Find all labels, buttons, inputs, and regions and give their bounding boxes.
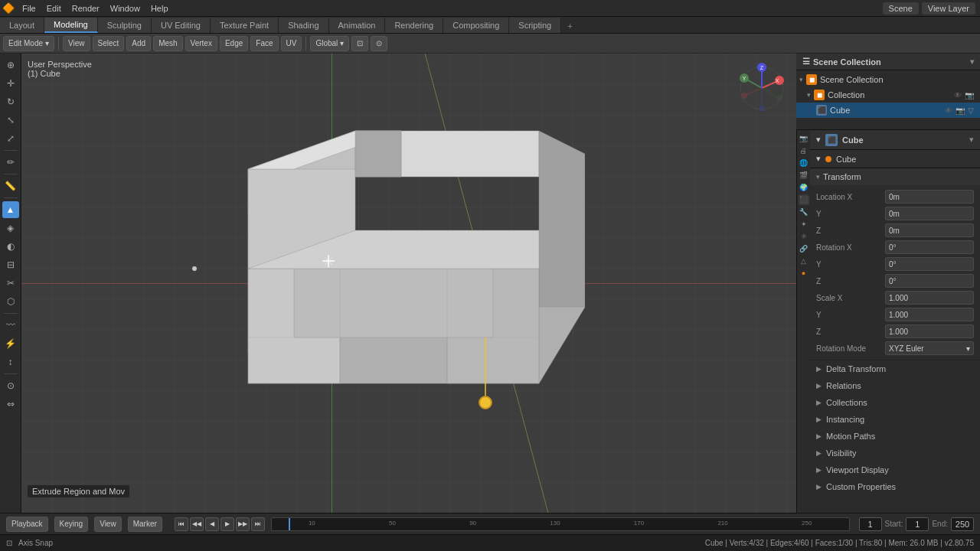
output-props-tab[interactable]: 🖨 — [799, 145, 809, 156]
playback-menu[interactable]: Playback — [6, 517, 48, 532]
end-frame-display[interactable]: 250 — [951, 517, 974, 531]
transform-tool[interactable]: ⤢ — [2, 130, 19, 147]
world-props-tab[interactable]: 🌍 — [799, 182, 809, 193]
physics-props-tab[interactable]: ⚛ — [799, 231, 809, 242]
eye-icon[interactable]: 👁 — [954, 91, 962, 99]
scale-tool[interactable]: ⤡ — [2, 112, 19, 129]
viewport-3d[interactable]: User Perspective (1) Cube X Y — [21, 54, 796, 513]
randomize-tool[interactable]: ⚡ — [2, 335, 19, 352]
view-menu-timeline[interactable]: View — [94, 517, 122, 532]
push-pull-tool[interactable]: ⇔ — [2, 396, 19, 412]
tab-animation[interactable]: Animation — [329, 18, 386, 33]
constraints-props-tab[interactable]: 🔗 — [799, 243, 809, 254]
transform-selector[interactable]: Global ▾ — [310, 36, 349, 51]
measure-tool[interactable]: 📏 — [2, 178, 19, 194]
prev-frame-btn[interactable]: ◀ — [205, 517, 219, 531]
tab-rendering[interactable]: Rendering — [385, 18, 443, 33]
uv-menu[interactable]: UV — [281, 36, 302, 51]
rotation-y-value[interactable]: 0° — [885, 257, 974, 271]
instancing-section[interactable]: ▶ Instancing — [810, 411, 980, 428]
cursor-tool[interactable]: ⊕ — [2, 57, 19, 73]
play-btn[interactable]: ▶ — [220, 517, 234, 531]
face-menu[interactable]: Face — [250, 36, 278, 51]
smooth-tool[interactable]: 〰 — [2, 317, 19, 334]
knife-tool[interactable]: ✂ — [2, 275, 19, 292]
delta-transform-section[interactable]: ▶ Delta Transform — [810, 360, 980, 377]
annotate-tool[interactable]: ✏ — [2, 154, 19, 171]
poly-build-tool[interactable]: ⬡ — [2, 293, 19, 310]
outliner-filter-icon[interactable]: ▾ — [970, 57, 974, 66]
move-tool[interactable]: ✛ — [2, 75, 19, 92]
scale-z-value[interactable]: 1.000 — [885, 324, 974, 338]
extrude-tool[interactable]: ▲ — [2, 201, 19, 218]
transform-header[interactable]: ▾ Transform — [810, 168, 980, 185]
next-frame-btn[interactable]: ▶▶ — [236, 517, 250, 531]
snapping-btn[interactable]: ⊡ — [351, 36, 368, 51]
tab-compositing[interactable]: Compositing — [443, 18, 509, 33]
vertex-menu[interactable]: Vertex — [185, 36, 217, 51]
render-props-tab[interactable]: 📷 — [799, 133, 809, 144]
view-layer-props-tab[interactable]: 🌐 — [799, 158, 809, 168]
outliner-item-scene-collection[interactable]: ▾ ◼ Scene Collection — [796, 72, 980, 87]
proportional-edit-btn[interactable]: ⊙ — [371, 36, 387, 51]
keying-menu[interactable]: Keying — [54, 517, 89, 532]
rotation-z-value[interactable]: 0° — [885, 274, 974, 288]
custom-properties-section[interactable]: ▶ Custom Properties — [810, 478, 980, 495]
material-props-tab[interactable]: ● — [799, 268, 809, 279]
edge-slide-tool[interactable]: ↕ — [2, 354, 19, 370]
camera-icon[interactable]: 📷 — [965, 91, 974, 99]
marker-menu[interactable]: Marker — [128, 517, 162, 532]
filter-icon[interactable]: ▾ — [969, 135, 974, 145]
tab-scripting[interactable]: Scripting — [509, 18, 561, 33]
location-y-value[interactable]: 0m — [885, 207, 974, 220]
collections-section[interactable]: ▶ Collections — [810, 394, 980, 411]
select-menu[interactable]: Select — [93, 36, 125, 51]
tab-shading[interactable]: Shading — [279, 18, 328, 33]
tab-uv-editing[interactable]: UV Editing — [152, 18, 211, 33]
bevel-tool[interactable]: ◐ — [2, 238, 19, 255]
scene-props-tab[interactable]: 🎬 — [799, 170, 809, 181]
mesh-menu[interactable]: Mesh — [153, 36, 182, 51]
menu-window[interactable]: Window — [105, 0, 145, 17]
add-workspace-button[interactable]: + — [561, 19, 578, 33]
prev-keyframe-btn[interactable]: ◀◀ — [190, 517, 204, 531]
rotation-x-value[interactable]: 0° — [885, 240, 974, 254]
viewport-display-section[interactable]: ▶ Viewport Display — [810, 461, 980, 478]
viewport-gizmo[interactable]: X Y Z — [735, 61, 789, 115]
outliner-item-collection[interactable]: ▾ ◼ Collection 👁 📷 — [796, 87, 980, 103]
jump-end-btn[interactable]: ⏭ — [251, 517, 265, 531]
timeline-track[interactable]: 105090130 170210250 — [271, 517, 850, 531]
location-z-value[interactable]: 0m — [885, 223, 974, 237]
menu-help[interactable]: Help — [145, 0, 174, 17]
data-props-tab[interactable]: △ — [799, 256, 809, 266]
rotate-tool[interactable]: ↻ — [2, 93, 19, 110]
loop-cut-tool[interactable]: ⊟ — [2, 256, 19, 273]
tab-modeling[interactable]: Modeling — [44, 18, 98, 33]
outliner-item-cube[interactable]: ⬛ Cube 👁 📷 ▽ — [796, 103, 980, 118]
menu-render[interactable]: Render — [67, 0, 105, 17]
menu-file[interactable]: File — [17, 0, 41, 17]
tab-texture-paint[interactable]: Texture Paint — [211, 18, 279, 33]
start-frame-display[interactable]: 1 — [906, 517, 929, 531]
object-props-tab[interactable]: ⬛ — [799, 194, 809, 205]
jump-start-btn[interactable]: ⏮ — [175, 517, 188, 531]
particles-props-tab[interactable]: ✦ — [799, 219, 809, 230]
current-frame-display[interactable]: 1 — [859, 517, 882, 531]
shrink-tool[interactable]: ⊙ — [2, 377, 19, 394]
scale-y-value[interactable]: 1.000 — [885, 308, 974, 321]
mode-selector[interactable]: Edit Mode ▾ — [3, 36, 54, 51]
view-menu[interactable]: View — [63, 36, 90, 51]
location-x-value[interactable]: 0m — [885, 190, 974, 204]
eye-icon-2[interactable]: 👁 — [945, 106, 952, 115]
relations-section[interactable]: ▶ Relations — [810, 377, 980, 394]
add-menu[interactable]: Add — [126, 36, 151, 51]
edge-menu[interactable]: Edge — [220, 36, 248, 51]
tab-layout[interactable]: Layout — [0, 18, 44, 33]
camera-icon-2[interactable]: 📷 — [956, 106, 965, 115]
inset-tool[interactable]: ◈ — [2, 220, 19, 236]
menu-edit[interactable]: Edit — [41, 0, 67, 17]
visibility-section[interactable]: ▶ Visibility — [810, 445, 980, 461]
rotation-mode-select[interactable]: XYZ Euler ▾ — [885, 341, 974, 355]
scale-x-value[interactable]: 1.000 — [885, 291, 974, 305]
tab-sculpting[interactable]: Sculpting — [98, 18, 152, 33]
